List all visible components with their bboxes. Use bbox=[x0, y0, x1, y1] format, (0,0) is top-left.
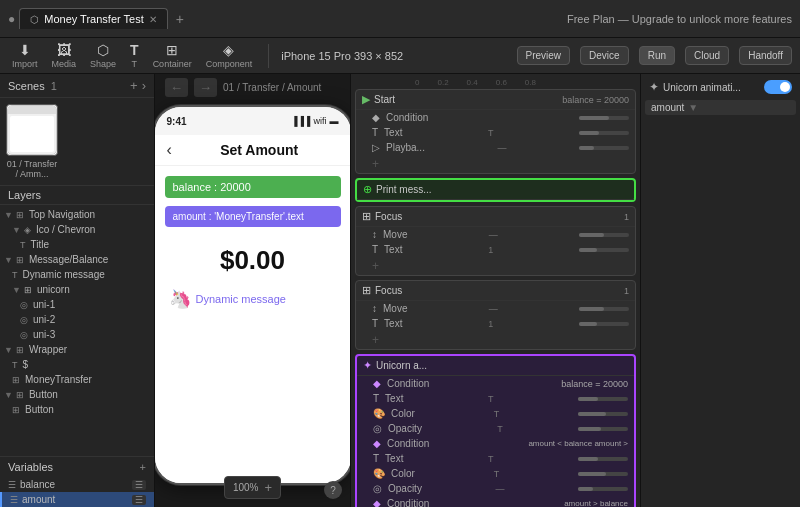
scene-thumb-01[interactable]: 01 / Transfer / Amm... bbox=[6, 104, 58, 179]
unicorn-panel-title: Unicorn animati... bbox=[663, 82, 741, 93]
container-tool[interactable]: ⊞ Container bbox=[149, 40, 196, 71]
tab-icon: ⬡ bbox=[30, 14, 39, 25]
flow-node-unicorn-header[interactable]: ✦ Unicorn a... bbox=[357, 356, 634, 376]
ruler-08: 0.8 bbox=[525, 78, 536, 87]
top-bar-right: Free Plan — Upgrade to unlock more featu… bbox=[567, 13, 792, 25]
layer-uni-3[interactable]: ◎uni-3 bbox=[0, 327, 154, 342]
uopacity1-val: T bbox=[497, 424, 503, 434]
phone-amount-display: amount : 'MoneyTransfer'.text bbox=[165, 206, 341, 227]
import-tool[interactable]: ⬇ Import bbox=[8, 40, 42, 71]
add-variable-btn[interactable]: + bbox=[140, 461, 146, 473]
layer-unicorn[interactable]: ▼⊞unicorn bbox=[0, 282, 154, 297]
layer-top-nav[interactable]: ▼⊞Top Navigation bbox=[0, 207, 154, 222]
handoff-button[interactable]: Handoff bbox=[739, 46, 792, 65]
device-selector-wrap[interactable]: iPhone 15 Pro 393 × 852 bbox=[281, 50, 403, 62]
layer-uni-1[interactable]: ◎uni-1 bbox=[0, 297, 154, 312]
add-scene-btn[interactable]: + bbox=[130, 78, 138, 93]
uopacity1-bar bbox=[578, 427, 628, 431]
media-tool[interactable]: 🖼 Media bbox=[48, 40, 81, 71]
layer-uni-2[interactable]: ◎uni-2 bbox=[0, 312, 154, 327]
ucond1-icon: ◆ bbox=[373, 378, 381, 389]
flow-node-focus1-header[interactable]: ⊞ Focus 1 bbox=[356, 207, 635, 227]
device-button[interactable]: Device bbox=[580, 46, 629, 65]
phone-status-bar: 9:41 ▐▐▐ wifi ▬ bbox=[155, 107, 350, 135]
shape-tool[interactable]: ⬡ Shape bbox=[86, 40, 120, 71]
shape-icon: ⬡ bbox=[97, 42, 109, 58]
utext1-icon: T bbox=[373, 393, 379, 404]
start-value: balance = 20000 bbox=[562, 95, 629, 105]
zoom-plus-btn[interactable]: + bbox=[264, 480, 272, 495]
help-button[interactable]: ? bbox=[324, 481, 342, 499]
move1-label: Move bbox=[383, 229, 407, 240]
layer-ico-chevron[interactable]: ▼◈Ico / Chevron bbox=[0, 222, 154, 237]
phone-balance-display: balance : 20000 bbox=[165, 176, 341, 198]
layer-dollar[interactable]: T$ bbox=[0, 357, 154, 372]
run-button[interactable]: Run bbox=[639, 46, 675, 65]
playback-icon: ▷ bbox=[372, 142, 380, 153]
container-icon: ⊞ bbox=[166, 42, 178, 58]
tab-close-btn[interactable]: ✕ bbox=[149, 14, 157, 25]
ucolor1-label: Color bbox=[391, 408, 415, 419]
flow-node-focus2-header[interactable]: ⊞ Focus 1 bbox=[356, 281, 635, 301]
toolbar-right: Preview Device Run Cloud Handoff bbox=[517, 46, 793, 65]
uopacity1-icon: ◎ bbox=[373, 423, 382, 434]
ucolor1-bar bbox=[578, 412, 628, 416]
uopacity2-bar bbox=[578, 487, 628, 491]
text-row-icon: T bbox=[372, 127, 378, 138]
unicorn-text1-row: T Text T bbox=[357, 391, 634, 406]
new-tab-btn[interactable]: + bbox=[172, 11, 188, 27]
mini-phone-bar bbox=[8, 106, 56, 114]
uopacity1-label: Opacity bbox=[388, 423, 422, 434]
main-layout: Scenes 1 + › 01 / Transfer / Amm... Laye… bbox=[0, 74, 800, 507]
unicorn-emoji: 🦄 bbox=[169, 288, 191, 310]
signal-icon: ▐▐▐ bbox=[291, 116, 310, 126]
ucolor1-val: T bbox=[494, 409, 500, 419]
playback-label: Playba... bbox=[386, 142, 425, 153]
scenes-label: Scenes 1 bbox=[8, 80, 57, 92]
phone-content: ‹ Set Amount balance : 20000 amount : 'M… bbox=[155, 135, 350, 483]
layer-button[interactable]: ⊞Button bbox=[0, 402, 154, 417]
variables-section: Variables + ☰ balance ☰ ☰ amount ☰ bbox=[0, 456, 154, 507]
start-add-row[interactable]: + bbox=[356, 155, 635, 173]
flow-node-print-header[interactable]: ⊕ Print mess... bbox=[357, 180, 634, 200]
ucond3-label: Condition bbox=[387, 498, 429, 507]
text-tool[interactable]: T T bbox=[126, 40, 143, 71]
variable-balance[interactable]: ☰ balance ☰ bbox=[0, 477, 154, 492]
center-preview: ← → 01 / Transfer / Amount 9:41 ▐▐▐ wifi… bbox=[155, 74, 350, 507]
component-tool[interactable]: ◈ Component bbox=[202, 40, 257, 71]
scene-options-btn[interactable]: › bbox=[142, 78, 146, 93]
focus1-add-row[interactable]: + bbox=[356, 257, 635, 275]
upgrade-button[interactable]: Free Plan — Upgrade to unlock more featu… bbox=[567, 13, 792, 25]
layer-button-group[interactable]: ▼⊞Button bbox=[0, 387, 154, 402]
layer-msg-balance[interactable]: ▼⊞Message/Balance bbox=[0, 252, 154, 267]
layers-label: Layers bbox=[8, 189, 41, 201]
print-label: Print mess... bbox=[376, 184, 628, 195]
flow-node-focus1: ⊞ Focus 1 ↕ Move — T Text 1 + bbox=[355, 206, 636, 276]
mini-phone bbox=[7, 105, 57, 155]
nav-forward-btn[interactable]: → bbox=[194, 78, 217, 97]
unicorn-opacity1-row: ◎ Opacity T bbox=[357, 421, 634, 436]
layer-money-transfer[interactable]: ⊞MoneyTransfer bbox=[0, 372, 154, 387]
layer-title[interactable]: TTitle bbox=[0, 237, 154, 252]
phone-back-btn[interactable]: ‹ bbox=[167, 141, 172, 159]
layers-list: ▼⊞Top Navigation ▼◈Ico / Chevron TTitle … bbox=[0, 205, 154, 456]
variable-amount[interactable]: ☰ amount ☰ bbox=[0, 492, 154, 507]
focus2-add-row[interactable]: + bbox=[356, 331, 635, 349]
import-label: Import bbox=[12, 59, 38, 69]
cloud-button[interactable]: Cloud bbox=[685, 46, 729, 65]
layer-wrapper[interactable]: ▼⊞Wrapper bbox=[0, 342, 154, 357]
tab-group: ● ⬡ Money Transfer Test ✕ + bbox=[8, 8, 561, 29]
condition-bar bbox=[579, 116, 629, 120]
unicorn-toggle[interactable] bbox=[764, 80, 792, 94]
layer-dynamic-msg[interactable]: TDynamic message bbox=[0, 267, 154, 282]
text-row-label: Text bbox=[384, 127, 402, 138]
active-tab[interactable]: ⬡ Money Transfer Test ✕ bbox=[19, 8, 167, 29]
ruler-06: 0.6 bbox=[496, 78, 507, 87]
variable-balance-badge: ☰ bbox=[132, 480, 146, 490]
flow-node-start-header[interactable]: ▶ Start balance = 20000 bbox=[356, 90, 635, 110]
nav-back-btn[interactable]: ← bbox=[165, 78, 188, 97]
toolbar-tools: ⬇ Import 🖼 Media ⬡ Shape T T ⊞ Container… bbox=[8, 40, 256, 71]
preview-button[interactable]: Preview bbox=[517, 46, 571, 65]
media-icon: 🖼 bbox=[57, 42, 71, 58]
preview-nav: ← → 01 / Transfer / Amount bbox=[155, 74, 350, 101]
